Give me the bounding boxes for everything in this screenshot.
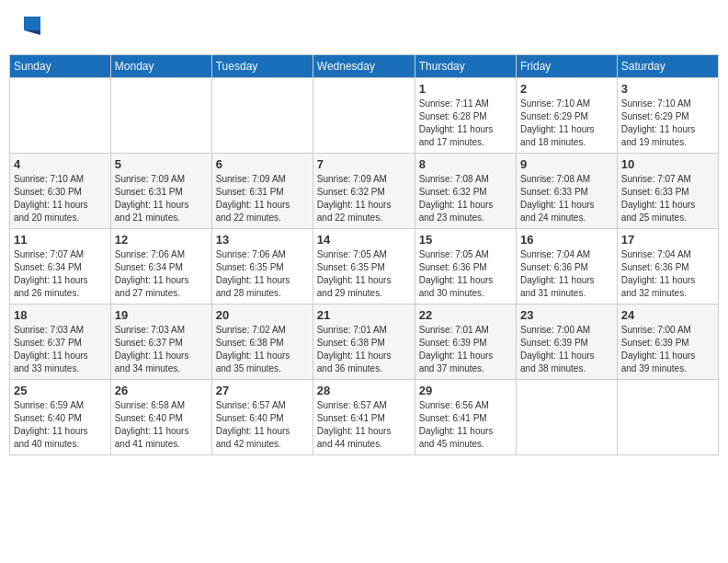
day-info: Sunrise: 7:10 AM Sunset: 6:29 PM Dayligh… xyxy=(621,98,714,149)
day-info: Sunrise: 6:58 AM Sunset: 6:40 PM Dayligh… xyxy=(115,399,208,451)
day-cell: 8Sunrise: 7:08 AM Sunset: 6:32 PM Daylig… xyxy=(415,154,516,229)
day-info: Sunrise: 7:09 AM Sunset: 6:31 PM Dayligh… xyxy=(216,173,309,224)
day-info: Sunrise: 6:56 AM Sunset: 6:41 PM Dayligh… xyxy=(419,399,512,451)
day-cell: 16Sunrise: 7:04 AM Sunset: 6:36 PM Dayli… xyxy=(517,229,618,304)
day-number: 3 xyxy=(621,82,714,96)
day-info: Sunrise: 7:08 AM Sunset: 6:33 PM Dayligh… xyxy=(520,173,613,224)
day-info: Sunrise: 6:59 AM Sunset: 6:40 PM Dayligh… xyxy=(14,399,107,451)
day-cell: 11Sunrise: 7:07 AM Sunset: 6:34 PM Dayli… xyxy=(10,229,111,304)
day-cell: 21Sunrise: 7:01 AM Sunset: 6:38 PM Dayli… xyxy=(313,304,415,380)
day-cell: 27Sunrise: 6:57 AM Sunset: 6:40 PM Dayli… xyxy=(211,380,313,455)
col-header-sunday: Sunday xyxy=(10,55,111,78)
day-number: 9 xyxy=(520,157,613,171)
day-number: 18 xyxy=(14,308,107,322)
day-number: 5 xyxy=(115,157,208,171)
day-cell: 12Sunrise: 7:06 AM Sunset: 6:34 PM Dayli… xyxy=(110,229,211,304)
day-info: Sunrise: 7:07 AM Sunset: 6:34 PM Dayligh… xyxy=(14,248,107,300)
col-header-thursday: Thursday xyxy=(415,55,516,78)
day-number: 13 xyxy=(216,233,309,247)
day-number: 21 xyxy=(317,308,411,322)
day-info: Sunrise: 7:02 AM Sunset: 6:38 PM Dayligh… xyxy=(216,324,309,375)
day-info: Sunrise: 7:01 AM Sunset: 6:39 PM Dayligh… xyxy=(419,324,512,375)
day-info: Sunrise: 7:04 AM Sunset: 6:36 PM Dayligh… xyxy=(621,248,714,300)
day-number: 22 xyxy=(419,308,512,322)
day-info: Sunrise: 7:09 AM Sunset: 6:31 PM Dayligh… xyxy=(115,173,208,224)
week-row-1: 1Sunrise: 7:11 AM Sunset: 6:28 PM Daylig… xyxy=(10,78,719,154)
day-number: 20 xyxy=(216,308,309,322)
week-row-2: 4Sunrise: 7:10 AM Sunset: 6:30 PM Daylig… xyxy=(10,154,719,229)
day-cell: 25Sunrise: 6:59 AM Sunset: 6:40 PM Dayli… xyxy=(10,380,111,455)
day-info: Sunrise: 7:06 AM Sunset: 6:35 PM Dayligh… xyxy=(216,248,309,300)
day-cell: 20Sunrise: 7:02 AM Sunset: 6:38 PM Dayli… xyxy=(211,304,313,380)
day-cell: 9Sunrise: 7:08 AM Sunset: 6:33 PM Daylig… xyxy=(517,154,618,229)
day-cell: 13Sunrise: 7:06 AM Sunset: 6:35 PM Dayli… xyxy=(211,229,313,304)
day-info: Sunrise: 6:57 AM Sunset: 6:40 PM Dayligh… xyxy=(216,399,309,451)
day-info: Sunrise: 7:00 AM Sunset: 6:39 PM Dayligh… xyxy=(520,324,613,375)
week-row-4: 18Sunrise: 7:03 AM Sunset: 6:37 PM Dayli… xyxy=(10,304,719,380)
day-info: Sunrise: 7:03 AM Sunset: 6:37 PM Dayligh… xyxy=(115,324,208,375)
day-info: Sunrise: 6:57 AM Sunset: 6:41 PM Dayligh… xyxy=(317,399,411,451)
calendar-table: SundayMondayTuesdayWednesdayThursdayFrid… xyxy=(9,54,719,455)
day-cell xyxy=(110,78,211,154)
day-info: Sunrise: 7:03 AM Sunset: 6:37 PM Dayligh… xyxy=(14,324,107,375)
day-number: 25 xyxy=(14,384,107,397)
day-cell: 7Sunrise: 7:09 AM Sunset: 6:32 PM Daylig… xyxy=(313,154,415,229)
day-number: 6 xyxy=(216,157,309,171)
day-cell: 3Sunrise: 7:10 AM Sunset: 6:29 PM Daylig… xyxy=(617,78,718,154)
svg-marker-0 xyxy=(24,17,40,30)
day-cell xyxy=(211,78,313,154)
col-header-tuesday: Tuesday xyxy=(211,55,313,78)
day-cell xyxy=(617,380,718,455)
logo xyxy=(13,17,42,40)
day-number: 26 xyxy=(115,384,208,397)
calendar-header-row: SundayMondayTuesdayWednesdayThursdayFrid… xyxy=(10,55,719,78)
day-number: 8 xyxy=(419,157,512,171)
day-info: Sunrise: 7:05 AM Sunset: 6:35 PM Dayligh… xyxy=(317,248,411,300)
day-info: Sunrise: 7:10 AM Sunset: 6:30 PM Dayligh… xyxy=(14,173,107,224)
day-number: 15 xyxy=(419,233,512,247)
day-number: 7 xyxy=(317,157,411,171)
day-number: 29 xyxy=(419,384,512,397)
day-number: 28 xyxy=(317,384,411,397)
day-cell: 29Sunrise: 6:56 AM Sunset: 6:41 PM Dayli… xyxy=(415,380,516,455)
day-number: 16 xyxy=(520,233,613,247)
day-number: 24 xyxy=(621,308,714,322)
day-info: Sunrise: 7:04 AM Sunset: 6:36 PM Dayligh… xyxy=(520,248,613,300)
day-cell: 2Sunrise: 7:10 AM Sunset: 6:29 PM Daylig… xyxy=(517,78,618,154)
day-info: Sunrise: 7:00 AM Sunset: 6:39 PM Dayligh… xyxy=(621,324,714,375)
col-header-saturday: Saturday xyxy=(617,55,718,78)
day-cell xyxy=(10,78,111,154)
day-info: Sunrise: 7:01 AM Sunset: 6:38 PM Dayligh… xyxy=(317,324,411,375)
svg-marker-1 xyxy=(24,30,40,35)
day-info: Sunrise: 7:11 AM Sunset: 6:28 PM Dayligh… xyxy=(419,98,512,149)
day-info: Sunrise: 7:10 AM Sunset: 6:29 PM Dayligh… xyxy=(520,98,613,149)
day-cell: 15Sunrise: 7:05 AM Sunset: 6:36 PM Dayli… xyxy=(415,229,516,304)
day-number: 2 xyxy=(520,82,613,96)
day-cell: 17Sunrise: 7:04 AM Sunset: 6:36 PM Dayli… xyxy=(617,229,718,304)
day-cell: 22Sunrise: 7:01 AM Sunset: 6:39 PM Dayli… xyxy=(415,304,516,380)
day-cell: 1Sunrise: 7:11 AM Sunset: 6:28 PM Daylig… xyxy=(415,78,516,154)
day-number: 27 xyxy=(216,384,309,397)
logo-icon xyxy=(15,12,42,40)
day-cell xyxy=(313,78,415,154)
week-row-5: 25Sunrise: 6:59 AM Sunset: 6:40 PM Dayli… xyxy=(10,380,719,455)
day-info: Sunrise: 7:06 AM Sunset: 6:34 PM Dayligh… xyxy=(115,248,208,300)
day-cell: 4Sunrise: 7:10 AM Sunset: 6:30 PM Daylig… xyxy=(10,154,111,229)
week-row-3: 11Sunrise: 7:07 AM Sunset: 6:34 PM Dayli… xyxy=(10,229,719,304)
day-cell: 18Sunrise: 7:03 AM Sunset: 6:37 PM Dayli… xyxy=(10,304,111,380)
day-number: 17 xyxy=(621,233,714,247)
day-number: 14 xyxy=(317,233,411,247)
day-number: 4 xyxy=(14,157,107,171)
day-info: Sunrise: 7:05 AM Sunset: 6:36 PM Dayligh… xyxy=(419,248,512,300)
day-cell: 14Sunrise: 7:05 AM Sunset: 6:35 PM Dayli… xyxy=(313,229,415,304)
page-header xyxy=(9,9,719,47)
col-header-monday: Monday xyxy=(110,55,211,78)
day-number: 11 xyxy=(14,233,107,247)
col-header-friday: Friday xyxy=(517,55,618,78)
day-number: 10 xyxy=(621,157,714,171)
day-number: 1 xyxy=(419,82,512,96)
col-header-wednesday: Wednesday xyxy=(313,55,415,78)
day-cell: 26Sunrise: 6:58 AM Sunset: 6:40 PM Dayli… xyxy=(110,380,211,455)
day-number: 19 xyxy=(115,308,208,322)
day-info: Sunrise: 7:08 AM Sunset: 6:32 PM Dayligh… xyxy=(419,173,512,224)
